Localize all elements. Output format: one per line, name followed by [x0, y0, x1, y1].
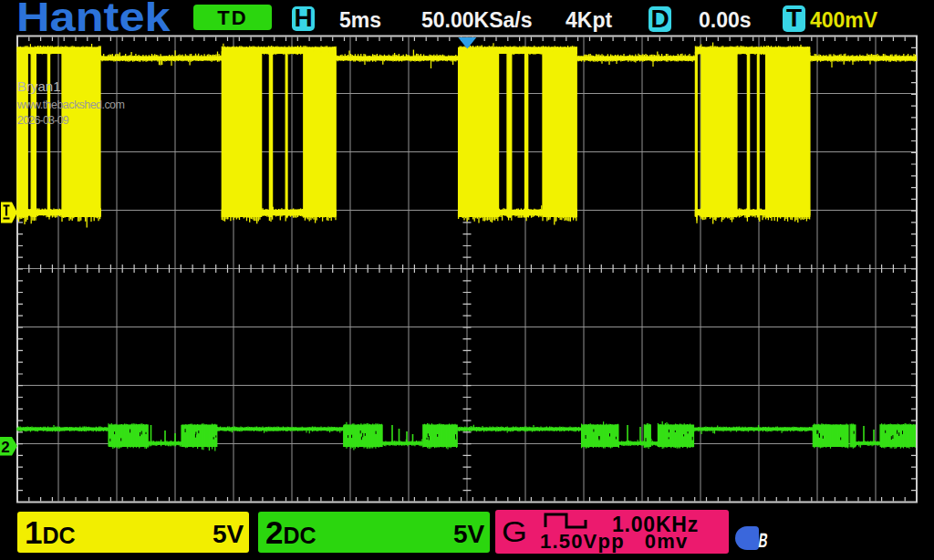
svg-text:2: 2: [1, 439, 9, 456]
